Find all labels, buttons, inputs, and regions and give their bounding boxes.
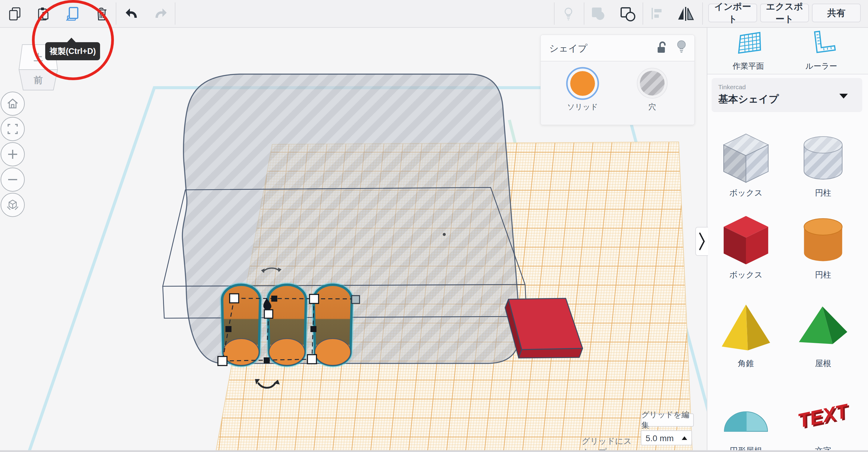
cylinder-3: [314, 285, 352, 365]
tooltip-arrow: [67, 38, 76, 42]
shape-item-label: ボックス: [716, 187, 776, 198]
undo-icon[interactable]: [125, 6, 139, 21]
toolbar-separator: [643, 2, 643, 25]
lock-icon[interactable]: [656, 41, 669, 55]
toolbar-separator: [584, 2, 584, 25]
ungroup-icon[interactable]: [620, 6, 637, 21]
solid-option[interactable]: [566, 67, 599, 100]
shape-item-label: 円柱: [793, 269, 853, 280]
shape-item-label: ボックス: [716, 269, 776, 280]
tooltip-text: 複製(Ctrl+D): [50, 46, 96, 57]
perspective-toggle-button[interactable]: [1, 193, 25, 217]
redo-icon[interactable]: [153, 6, 167, 21]
align-icon[interactable]: [650, 6, 664, 21]
library-brand: Tinkercad: [718, 84, 746, 91]
fit-view-button[interactable]: [1, 117, 25, 141]
share-button[interactable]: 共有: [812, 4, 861, 22]
shape-item-hole-box[interactable]: ボックス: [716, 130, 776, 198]
edit-grid-button[interactable]: グリッドを編集: [641, 413, 694, 427]
shape-item-label: 円柱: [793, 187, 853, 198]
snap-to-grid-label: グリッドにスナップ: [582, 436, 638, 452]
home-view-button[interactable]: [1, 92, 25, 116]
shape-item-round-roof[interactable]: 円形屋根: [716, 388, 776, 452]
zoom-in-button[interactable]: [1, 142, 25, 166]
shape-panel-title: シェイプ: [549, 42, 587, 55]
ruler-tool[interactable]: [810, 30, 836, 57]
shape-item-cylinder[interactable]: 円柱: [793, 212, 853, 280]
chevron-up-icon: [682, 436, 687, 440]
library-selected: 基本シェイプ: [718, 93, 779, 106]
mirror-icon[interactable]: [677, 6, 694, 21]
toolbar-separator: [116, 2, 116, 25]
hole-option[interactable]: [637, 67, 668, 99]
export-button[interactable]: エクスポート: [760, 4, 809, 22]
view-cube-front-label[interactable]: 前: [34, 75, 43, 85]
solid-option-label: ソリッド: [567, 102, 598, 112]
cursor-dot: [443, 233, 446, 236]
top-toolbar: インポート エクスポート 共有: [0, 0, 868, 28]
workplane-tool-label: 作業平面: [733, 61, 764, 71]
ruler-tool-label: ルーラー: [805, 61, 837, 71]
shape-item-label: 角錐: [716, 358, 776, 369]
bottom-edge-strip: [0, 450, 868, 452]
snap-grid-select[interactable]: 5.0 mm: [641, 430, 692, 445]
copy-icon[interactable]: [7, 6, 22, 21]
import-button[interactable]: インポート: [708, 4, 757, 22]
sidebar-tools: 作業平面 ルーラー: [707, 27, 868, 74]
shape-library-dropdown[interactable]: Tinkercad 基本シェイプ: [712, 78, 862, 112]
shape-inspector-panel: シェイプ ソリッド: [540, 35, 695, 125]
shape-item-hole-cylinder[interactable]: 円柱: [793, 130, 853, 198]
toolbar-separator: [175, 2, 176, 25]
shape-item-pyramid[interactable]: 角錐: [716, 300, 776, 369]
shape-item-text[interactable]: TEXT TEXT 文字: [793, 388, 853, 452]
shape-panel-body: ソリッド 穴: [541, 62, 694, 125]
shape-item-box[interactable]: ボックス: [716, 212, 776, 280]
toolbar-separator: [554, 2, 555, 25]
workplane-tool[interactable]: [738, 31, 762, 57]
zoom-out-button[interactable]: [1, 167, 25, 192]
visibility-bulb-icon[interactable]: [676, 40, 687, 55]
chevron-down-icon: [839, 94, 848, 99]
shape-panel-header: シェイプ: [541, 35, 694, 62]
group-icon[interactable]: [591, 6, 607, 21]
sidebar-collapse-tab[interactable]: [695, 227, 708, 256]
shape-item-label: 屋根: [793, 358, 853, 369]
toolbar-separator: [702, 2, 703, 25]
shape-item-roof[interactable]: 屋根: [793, 300, 853, 369]
selected-cylinders[interactable]: [222, 285, 352, 365]
cylinder-1: [222, 285, 260, 365]
duplicate-tooltip: 複製(Ctrl+D): [45, 42, 100, 60]
chevron-right-icon: [698, 231, 706, 252]
right-sidebar: 作業平面 ルーラー Tinkercad 基本シェイプ: [707, 27, 868, 452]
hole-option-label: 穴: [649, 102, 656, 112]
tinkercad-editor: インポート エクスポート 共有 複製(Ctrl+D) 上 前: [0, 0, 868, 452]
snap-grid-value: 5.0 mm: [646, 433, 674, 443]
bulb-icon[interactable]: [561, 6, 576, 21]
